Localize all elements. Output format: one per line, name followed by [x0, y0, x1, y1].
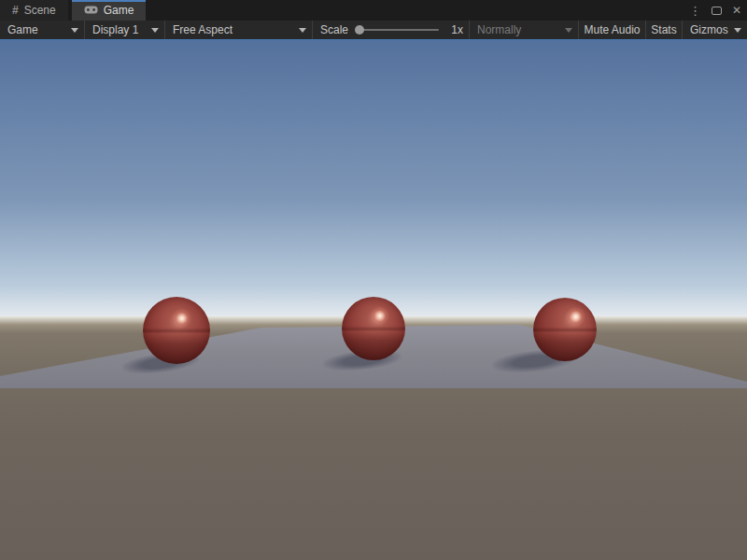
gamepad-icon [84, 4, 98, 17]
unity-game-window: # Scene Game ⋮ ✕ Game Display 1 Free Asp… [0, 0, 747, 560]
scale-control: Scale 1x [313, 21, 470, 39]
tab-strip: # Scene Game ⋮ ✕ [0, 0, 747, 21]
close-icon[interactable]: ✕ [732, 5, 741, 16]
tab-scene-label: Scene [24, 4, 56, 17]
red-sphere [533, 298, 597, 361]
game-mode-label: Game [7, 23, 65, 36]
scale-slider[interactable] [355, 21, 444, 39]
tab-scene[interactable]: # Scene [0, 0, 68, 21]
maximize-icon[interactable] [712, 7, 722, 15]
playmode-label: Normally [477, 23, 559, 36]
stats-button[interactable]: Stats [646, 21, 683, 39]
aspect-label: Free Aspect [173, 23, 293, 36]
aspect-ratio-dropdown[interactable]: Free Aspect [165, 21, 313, 39]
scale-slider-knob[interactable] [355, 25, 364, 35]
game-view-toolbar: Game Display 1 Free Aspect Scale 1x Norm… [0, 21, 747, 39]
chevron-down-icon [299, 28, 306, 33]
scene-grid-icon: # [12, 4, 19, 17]
mute-audio-button[interactable]: Mute Audio [579, 21, 646, 39]
red-sphere [342, 297, 405, 360]
gizmos-label: Gizmos [690, 23, 728, 36]
tab-game-label: Game [104, 4, 134, 17]
scale-label: Scale [320, 23, 348, 36]
scale-slider-track[interactable] [359, 29, 439, 31]
display-dropdown[interactable]: Display 1 [85, 21, 165, 39]
chevron-down-icon [151, 28, 159, 33]
chevron-down-icon [565, 28, 572, 33]
game-viewport[interactable] [0, 40, 747, 560]
chevron-down-icon [734, 28, 741, 33]
display-label: Display 1 [92, 23, 146, 36]
scale-value: 1x [451, 23, 463, 36]
game-mode-dropdown[interactable]: Game [0, 21, 85, 39]
window-controls: ⋮ ✕ [689, 0, 741, 21]
gizmos-dropdown[interactable]: Gizmos [683, 21, 747, 39]
mute-audio-label: Mute Audio [584, 23, 640, 36]
menu-dots-icon[interactable]: ⋮ [689, 5, 701, 17]
red-sphere [143, 297, 210, 364]
chevron-down-icon [71, 28, 78, 33]
tab-game[interactable]: Game [72, 0, 147, 21]
stats-label: Stats [651, 23, 676, 36]
playmode-behavior-dropdown[interactable]: Normally [470, 21, 579, 39]
